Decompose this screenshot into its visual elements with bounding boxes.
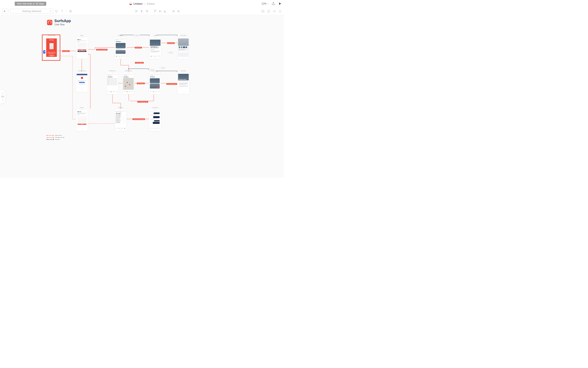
page-indicator: 1/1 [1,95,4,98]
align-middle-icon[interactable] [158,9,162,13]
duplicate-icon[interactable] [261,9,265,13]
svg-rect-25 [165,11,166,12]
svg-rect-13 [141,11,142,12]
svg-rect-19 [155,10,156,11]
svg-rect-22 [160,11,161,12]
screen-spot-detail[interactable]: Spot Detail Huntington Beach [177,72,190,94]
title-bar: Your trial ends in 30 days Untitled — Ed… [0,0,284,7]
screen-signin[interactable]: Sign in Sign in Welcome back! Please sig… [76,37,88,59]
page-down-icon[interactable]: ▼ [2,99,4,101]
flow-label: Sign up via Facebook [96,49,108,50]
page-up-icon[interactable]: ▲ [2,92,4,94]
svg-rect-12 [141,10,143,11]
document-name: Untitled [133,2,142,5]
document-title[interactable]: Untitled — Edited [129,2,155,5]
svg-point-35 [268,10,269,11]
chevron-down-icon [6,11,7,12]
transparency-icon[interactable] [69,9,72,13]
flow-label: Choose Direct Message [132,118,145,120]
svg-point-36 [274,11,275,12]
svg-rect-18 [154,10,155,12]
screen-article[interactable]: Article The hottest surf spots voted by … [149,37,161,59]
svg-rect-9 [136,10,138,11]
flow-label: Read Article [135,47,142,48]
svg-rect-2 [70,11,71,11]
image-icon[interactable] [267,9,270,13]
screen-surfspots-tiles[interactable]: Surfspots Tiles DISCOVER Surfspots [149,72,161,94]
layers-icon[interactable] [55,9,58,13]
screen-conversation[interactable]: Conversation [149,109,161,131]
project-name: SurfsApp [54,19,71,23]
project-logo-icon [47,20,52,25]
screen-surfspots-map[interactable]: Surfspots Map DISCOVER Surfspots [122,72,135,94]
svg-rect-6 [70,12,71,12]
project-header: SurfsApp User flow [47,19,71,26]
play-icon[interactable] [278,2,282,6]
flow-label-back: Go Back [134,34,140,37]
flow-label: Go to Sign In [62,50,70,52]
project-subtitle: User flow [54,23,71,26]
flow-label: Show Surfspots List [166,83,177,85]
flow-label-back: Go Back [149,69,155,71]
page-navigator[interactable]: ▲ 1/1 ▼ [0,90,6,103]
lock-icon[interactable] [278,9,282,13]
svg-rect-28 [173,10,174,12]
flow-label: Go to Surfspots [135,62,144,64]
svg-rect-4 [69,11,70,12]
distribute-v-icon[interactable] [177,9,180,13]
svg-rect-37 [279,11,281,12]
visibility-icon[interactable] [273,9,276,13]
flow-label: Share Article [167,42,175,44]
align-top-icon[interactable] [154,9,157,13]
svg-rect-7 [71,12,72,12]
toolbar: + Nothing Selected [0,7,284,15]
zoom-level[interactable]: 12% [261,2,269,5]
svg-rect-33 [262,11,264,12]
canvas[interactable]: ▲ 1/1 ▼ SurfsApp User flow [0,15,284,178]
svg-rect-3 [71,11,72,11]
document-icon [129,2,132,5]
svg-rect-21 [159,10,160,12]
screen-messages[interactable]: Messages DIRECT MESSAGES Messages Sandra… [114,109,127,131]
svg-rect-0 [69,10,70,11]
flow-label: View Surfspot [137,83,145,84]
svg-rect-1 [71,10,71,11]
screen-surfspots-list[interactable]: Surfspots List DISCOVER Surfspots [106,72,119,94]
flow-label-back: Go Back [168,52,174,54]
align-bottom-icon[interactable] [163,9,167,13]
share-icon[interactable] [272,2,275,6]
screen-signup[interactable]: Sign up Sign up Welcome! Get started by … [76,109,88,131]
document-edited: — Edited [144,2,154,5]
trial-badge: Your trial ends in 30 days [15,2,46,6]
align-right-icon[interactable] [145,9,148,13]
svg-rect-24 [164,10,165,12]
svg-rect-16 [146,11,147,12]
svg-rect-31 [178,11,179,12]
screen-facebook-share[interactable]: Facebook share [76,72,88,92]
align-center-h-icon[interactable] [140,9,143,13]
flow-label: Go to Messages tab [138,101,148,103]
text-icon[interactable] [61,9,64,13]
selection-dropdown[interactable]: Nothing Selected [10,9,53,14]
align-left-icon[interactable] [135,9,138,13]
screen-welcome[interactable]: Welcome screen SurfsApp Discover the bes… [45,37,58,59]
distribute-h-icon[interactable] [172,9,175,13]
screen-newsfeed[interactable]: Newsfeed LATEST Newsfeed [114,37,127,59]
flow-label-back: Go Back [160,67,166,69]
svg-rect-5 [71,11,71,12]
screen-share-sheet[interactable]: Share Sheet f [177,37,190,59]
svg-rect-15 [146,10,147,11]
chevron-down-icon [267,3,269,4]
legend: Main user flow Alternative user flow Way… [47,135,64,141]
svg-rect-32 [262,10,264,12]
add-button[interactable]: + [2,9,9,14]
svg-rect-10 [136,11,137,12]
